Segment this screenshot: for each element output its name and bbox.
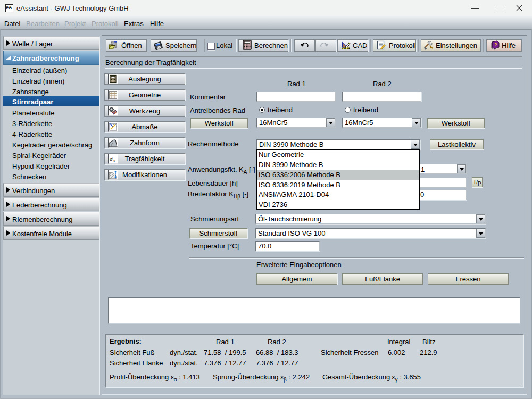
svg-text:?: ? bbox=[494, 42, 497, 47]
svg-text:x: x bbox=[113, 159, 115, 163]
svg-text:σ: σ bbox=[110, 155, 113, 162]
